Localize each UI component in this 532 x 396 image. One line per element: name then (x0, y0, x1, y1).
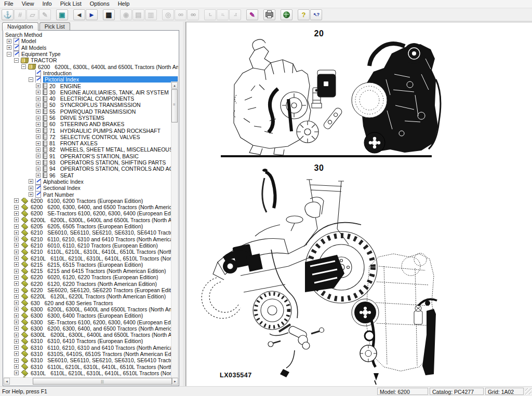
tree-row[interactable]: +55POWRQUAD TRANSMISSION (4, 108, 178, 115)
section-30-heading[interactable]: 30 (311, 163, 327, 173)
tree-item-label[interactable]: 62156215 and 6415 Tractors (North Americ… (31, 268, 166, 274)
tree-row[interactable]: −62006200L, 6300L, 6400L and 6500L Tract… (4, 63, 178, 70)
expand-icon[interactable]: + (36, 97, 41, 101)
tree-item-label[interactable]: 63006200L, 6300L, 6400L and 6500L Tracto… (31, 306, 178, 312)
expand-icon[interactable]: + (14, 281, 19, 286)
tree-row[interactable]: +Sectional Index (4, 185, 178, 191)
tree-row[interactable]: +62206020, 6120, 6220 Tractors (European… (4, 274, 178, 280)
expand-icon[interactable]: + (7, 39, 11, 44)
expand-icon[interactable]: + (14, 294, 19, 299)
expand-icon[interactable]: + (29, 179, 33, 184)
expand-icon[interactable]: + (36, 173, 41, 177)
tree-item-label[interactable]: 62056205, 6505 Tractors (European Editio… (31, 223, 143, 229)
scroll-right-button[interactable]: ► (172, 378, 178, 385)
tree-row[interactable]: +63106110, 6210, 6310 and 6410 Tractors … (4, 345, 178, 351)
tree-item-label[interactable]: 62006200, 6300, 6400, and 6500 Tractors … (31, 204, 178, 210)
context-help-button[interactable]: ↖? (310, 9, 322, 20)
expand-icon[interactable]: + (14, 326, 19, 331)
tree-item-label[interactable]: 6220SE6020, SE6120, SE6220 Tractors (Eur… (31, 287, 178, 293)
tree-item-label[interactable]: 93OPERATORS STATION, SHIFTING PARTS (49, 159, 166, 166)
tree-item-label[interactable]: 50SYNCROPLUS TRANSMISSION (49, 102, 141, 108)
tree-row[interactable]: +62106110, 6210, 6310 and 6410 Tractors … (4, 236, 178, 242)
menu-info[interactable]: Info (38, 0, 56, 8)
collapse-icon[interactable]: − (29, 77, 33, 82)
collapse-icon[interactable]: − (7, 52, 11, 57)
expand-icon[interactable]: + (14, 269, 19, 274)
tree-item-label[interactable]: 62206020, 6120, 6220 Tractors (European … (31, 274, 158, 280)
tree-item-label[interactable]: 81FRONT AXLES (49, 140, 98, 146)
tree-item-label[interactable]: Pictorial Index (43, 76, 178, 83)
tree-item-label[interactable]: Model (21, 38, 36, 44)
vertical-scroll-thumb[interactable] (171, 89, 178, 122)
tree-row[interactable]: +81FRONT AXLES (4, 140, 178, 146)
tree-row[interactable]: +20ENGINE (4, 83, 178, 89)
tree-item-label[interactable]: 62106110, 6210, 6310 and 6410 Tractors (… (31, 236, 178, 242)
tree-row[interactable]: +63006300, 6400 Tractors (European Editi… (4, 312, 178, 319)
tree-row[interactable]: +94OPERATORS STATION, CONTROLS AND ACCES… (4, 166, 178, 172)
expand-icon[interactable]: + (14, 250, 19, 254)
expand-icon[interactable]: + (14, 230, 19, 235)
tree-row[interactable]: +56DRIVE SYSTEMS (4, 115, 178, 121)
expand-icon[interactable]: + (14, 275, 19, 280)
tab-navigation[interactable]: Navigation (2, 22, 38, 31)
tree-item-label[interactable]: 20ENGINE (49, 83, 81, 89)
tree-row[interactable]: +72SELECTIVE CONTROL VALVES (4, 134, 178, 140)
tree-row[interactable]: −TRACTOR (4, 57, 178, 63)
tree-row[interactable]: +6210SE6010, SE6110, SE6210, SE6310, SE6… (4, 229, 178, 236)
tree-item-label[interactable]: Introduction (43, 70, 72, 76)
tree-horizontal-scrollbar[interactable]: ◄ ||| ► (4, 377, 178, 385)
tree-row[interactable]: Introduction (4, 70, 178, 76)
expand-icon[interactable]: + (36, 134, 41, 139)
expand-icon[interactable]: + (36, 122, 41, 127)
tree-row[interactable]: +6310L6110L, 6210L, 6310L, 6410L, 6510L … (4, 370, 178, 376)
tree-row[interactable]: +62106010, 6110, 6210 Tractors (European… (4, 242, 178, 249)
scroll-up-button[interactable]: ▲ (171, 82, 178, 89)
tree-item-label[interactable]: 94OPERATORS STATION, CONTROLS AND ACCESS… (49, 166, 178, 172)
tree-item-label[interactable]: 71HYDRAULIC PUMPS AND ROCKSHAFT (49, 128, 161, 134)
expand-icon[interactable]: + (14, 345, 19, 350)
tree-row[interactable]: +62206120, 6220 Tractors (North American… (4, 281, 178, 287)
tree-item-label[interactable]: 62006100, 6200 Tractors (European Editio… (31, 198, 143, 204)
tree-item-label[interactable]: 82WHEELS, SHEET METAL, MISCELLANEOUS (49, 146, 173, 153)
expand-icon[interactable]: + (14, 301, 19, 305)
screen-view-button[interactable]: ▣ (56, 9, 68, 20)
tree-item-label[interactable]: 630620 and 630 Series Tractors (31, 300, 113, 306)
scroll-left-button[interactable]: ◄ (4, 378, 10, 385)
tree-item-label[interactable]: 30ENGINE AUXILIARIES, TANK, AIR SYSTEM (49, 89, 169, 95)
expand-icon[interactable]: + (36, 160, 41, 165)
tree-row[interactable]: +62006200, 6300, 6400, and 6500 Tractors… (4, 204, 178, 210)
help-button[interactable]: ? (298, 9, 310, 20)
web-link-button[interactable] (281, 9, 292, 20)
tree-row[interactable]: −Equipment Type (4, 51, 178, 57)
expand-icon[interactable]: + (14, 198, 19, 203)
collapse-icon[interactable]: − (14, 58, 19, 63)
tree-row[interactable]: +63106310S, 6410S, 6510S Tractors (North… (4, 351, 178, 357)
expand-icon[interactable]: + (14, 288, 19, 293)
expand-icon[interactable]: + (36, 103, 41, 107)
tree-row[interactable]: +63006200L, 6300L, 6400L and 6500L Tract… (4, 306, 178, 312)
tree-item-label[interactable]: 62206120, 6220 Tractors (North American … (31, 281, 157, 287)
tree-item-label[interactable]: 6210SE6010, SE6110, SE6210, SE6310, SE64… (31, 229, 178, 236)
tree-row[interactable]: +62156215, 6515 Tractors (European Editi… (4, 262, 178, 268)
tree-row[interactable]: +93OPERATORS STATION, SHIFTING PARTS (4, 159, 178, 166)
tree-row[interactable]: +96SEAT (4, 172, 178, 179)
tree-item-label[interactable]: 6200L6200L, 6300L, 6400L and 6500L Tract… (31, 217, 178, 223)
tree-item-label[interactable]: 6310L6110L, 6210L, 6310L, 6410L, 6510L T… (31, 370, 178, 376)
tree-item-label[interactable]: 96SEAT (49, 172, 74, 179)
tree-row[interactable]: −Pictorial Index (4, 76, 178, 83)
expand-icon[interactable]: + (14, 237, 19, 241)
tree-item-label[interactable]: Part Number (43, 192, 74, 198)
tree-item-label[interactable]: TRACTOR (31, 57, 57, 63)
expand-icon[interactable]: + (14, 211, 19, 216)
resize-grip[interactable] (525, 388, 531, 394)
expand-icon[interactable]: + (36, 84, 41, 88)
tree-row[interactable]: +Model (4, 38, 178, 44)
tree-item-label[interactable]: 55POWRQUAD TRANSMISSION (49, 108, 136, 115)
tree-row[interactable]: +6210L6110L, 6210L, 6310L, 6410L, 6510L … (4, 255, 178, 261)
section-20-heading[interactable]: 20 (311, 29, 327, 38)
expand-icon[interactable]: + (14, 339, 19, 344)
expand-icon[interactable]: + (36, 109, 41, 114)
tree-row[interactable]: +6300L6200L, 6300L, 6400L and 6500L Trac… (4, 332, 178, 338)
tree-item-label[interactable]: 63006300, 6400 Tractors (European Editio… (31, 312, 143, 319)
expand-icon[interactable]: + (14, 313, 19, 318)
